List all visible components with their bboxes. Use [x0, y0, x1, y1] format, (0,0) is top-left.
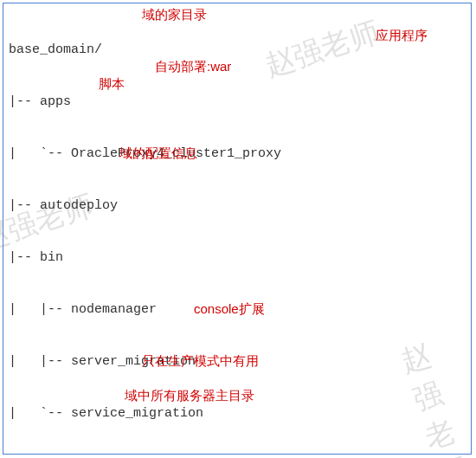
- tree-line: | `-- service_migration: [9, 405, 466, 423]
- annotation-console-ext: console扩展: [194, 301, 265, 318]
- annotation-apps: 应用程序: [376, 28, 428, 44]
- annotation-home-dir: 域的家目录: [142, 7, 207, 23]
- annotation-bin: 脚本: [99, 76, 125, 93]
- tree-line: |-- bin: [9, 249, 466, 267]
- directory-tree-frame: 赵强老师 赵强老师 赵强老师 base_domain/ |-- apps | `…: [3, 3, 472, 455]
- tree-line: base_domain/: [9, 42, 466, 59]
- tree-line: |-- apps: [9, 94, 466, 111]
- annotation-pending: 只在生产模式中有用: [142, 353, 259, 370]
- annotation-autodeploy: 自动部署:war: [155, 59, 231, 75]
- tree-line: | `-- OracleProxy4_cluster1_proxy: [9, 145, 466, 163]
- tree-line: |-- autodeploy: [9, 197, 466, 215]
- annotation-servers: 域中所有服务器主目录: [125, 388, 254, 404]
- annotation-config: 域的配置信息: [119, 145, 197, 162]
